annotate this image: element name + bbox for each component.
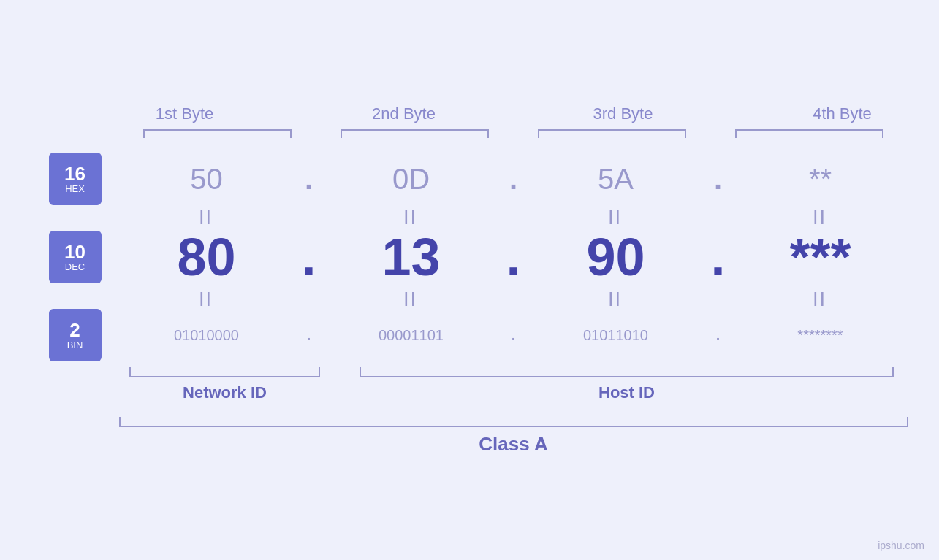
bin-dot-2: . xyxy=(499,327,528,344)
dec-val-1: 80 xyxy=(177,228,235,286)
hex-byte1: 50 xyxy=(119,163,294,196)
eq2-2: || xyxy=(324,290,499,307)
eq1-4: || xyxy=(733,208,908,225)
dec-byte1: 80 xyxy=(119,227,294,287)
dec-val-2: 13 xyxy=(381,228,440,286)
bottom-brackets: Network ID Host ID xyxy=(119,367,908,402)
bracket-cell-2 xyxy=(316,129,514,138)
eq1-3: || xyxy=(528,208,704,225)
bin-val-2: 00001101 xyxy=(379,327,444,343)
dec-byte3: 90 xyxy=(528,227,704,287)
hex-label-box: 16 HEX xyxy=(49,153,102,205)
dec-label-area: 10 DEC xyxy=(31,231,119,283)
byte4-header: 4th Byte xyxy=(733,104,940,129)
bracket-top-1 xyxy=(143,129,292,138)
byte2-header: 2nd Byte xyxy=(294,104,514,129)
hex-byte4: ** xyxy=(733,163,908,196)
eq2-4: || xyxy=(733,290,908,307)
bracket-top-3 xyxy=(538,129,686,138)
hex-val-4: ** xyxy=(809,163,832,195)
dec-dot-1: . xyxy=(294,227,324,287)
class-bracket xyxy=(119,417,908,427)
hex-val-1: 50 xyxy=(190,163,223,195)
bin-label-num: 2 xyxy=(69,321,80,340)
dec-val-4: *** xyxy=(789,228,851,286)
bin-row: 2 BIN 01010000 . 00001101 . 01011010 . *… xyxy=(31,309,908,361)
eq1-2: || xyxy=(324,208,499,225)
dec-label-box: 10 DEC xyxy=(49,231,102,283)
top-brackets xyxy=(119,129,908,138)
bracket-spacer xyxy=(331,367,346,402)
bin-val-3: 01011010 xyxy=(583,327,648,343)
dec-byte4: *** xyxy=(733,227,908,287)
network-id-bracket-container: Network ID xyxy=(119,367,331,402)
bin-byte3: 01011010 xyxy=(528,327,704,344)
eq2-1: || xyxy=(119,290,294,307)
bin-byte1: 01010000 xyxy=(119,327,294,344)
main-container: 1st Byte 2nd Byte 3rd Byte 4th Byte 16 H… xyxy=(31,104,908,456)
byte3-header: 3rd Byte xyxy=(514,104,733,129)
dec-label-base: DEC xyxy=(65,261,85,272)
bin-byte4: ******** xyxy=(733,327,908,344)
dec-dot-2: . xyxy=(499,227,528,287)
bin-dot-3: . xyxy=(704,327,733,344)
eq1-1: || xyxy=(119,208,294,225)
dec-byte2: 13 xyxy=(324,227,499,287)
hex-val-3: 5A xyxy=(598,163,634,195)
class-bracket-container: Class A xyxy=(119,417,908,456)
hex-label-num: 16 xyxy=(64,164,85,183)
hex-val-2: 0D xyxy=(392,163,430,195)
host-id-label: Host ID xyxy=(598,383,655,402)
dec-val-3: 90 xyxy=(586,228,645,286)
dec-label-num: 10 xyxy=(64,242,85,261)
bin-val-4: ******** xyxy=(797,327,843,343)
bottom-brackets-area: Network ID Host ID Class A xyxy=(119,367,908,456)
bracket-cell-4 xyxy=(711,129,908,138)
network-id-bracket xyxy=(129,367,320,377)
bin-label-box: 2 BIN xyxy=(49,309,102,361)
bracket-cell-1 xyxy=(119,129,316,138)
hex-byte2: 0D xyxy=(324,163,499,196)
bin-val-1: 01010000 xyxy=(174,327,239,343)
bin-byte2: 00001101 xyxy=(324,327,499,344)
bracket-cell-3 xyxy=(514,129,711,138)
hex-dot-2: . xyxy=(499,163,528,196)
watermark: ipshu.com xyxy=(878,540,924,551)
host-id-bracket-container: Host ID xyxy=(346,367,908,402)
eq2-3: || xyxy=(528,290,704,307)
hex-dot-3: . xyxy=(704,163,733,196)
dec-dot-3: . xyxy=(704,227,733,287)
hex-label-base: HEX xyxy=(65,183,85,194)
equals-row-1: || || || || xyxy=(119,205,908,227)
bin-values: 01010000 . 00001101 . 01011010 . *******… xyxy=(119,327,908,344)
hex-row: 16 HEX 50 . 0D . 5A . ** xyxy=(31,153,908,205)
bin-label-area: 2 BIN xyxy=(31,309,119,361)
byte1-header: 1st Byte xyxy=(75,104,294,129)
network-id-label: Network ID xyxy=(183,383,267,402)
dec-row: 10 DEC 80 . 13 . 90 . *** xyxy=(31,227,908,287)
hex-values: 50 . 0D . 5A . ** xyxy=(119,163,908,196)
bin-label-base: BIN xyxy=(67,340,83,350)
dec-values: 80 . 13 . 90 . *** xyxy=(119,227,908,287)
byte-headers-row: 1st Byte 2nd Byte 3rd Byte 4th Byte xyxy=(75,104,940,129)
hex-byte3: 5A xyxy=(528,163,704,196)
bracket-top-2 xyxy=(341,129,489,138)
class-label: Class A xyxy=(479,433,547,456)
hex-label-area: 16 HEX xyxy=(31,153,119,205)
hex-dot-1: . xyxy=(294,163,324,196)
equals-row-2: || || || || xyxy=(119,287,908,309)
bracket-top-4 xyxy=(735,129,883,138)
bin-dot-1: . xyxy=(294,327,324,344)
host-id-bracket xyxy=(360,367,894,377)
